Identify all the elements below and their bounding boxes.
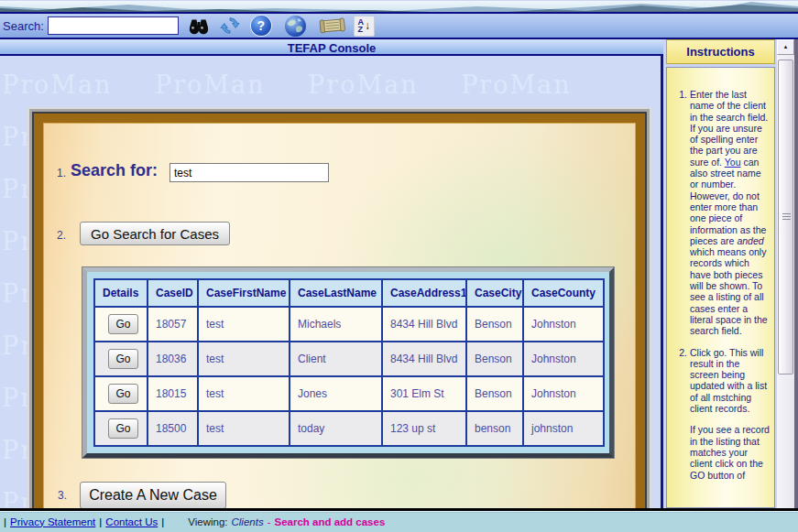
instruction-2-number: 2.: [677, 347, 690, 415]
separator-pipe: |: [4, 516, 6, 527]
cell-address1: 301 Elm St: [382, 376, 466, 411]
cell-city: Benson: [466, 342, 523, 376]
refresh-icon[interactable]: [219, 16, 241, 36]
cell-address1: 8434 Hill Blvd: [382, 342, 466, 376]
scrollbar-up-arrow-icon[interactable]: ▲: [777, 39, 794, 55]
cell-address1: 123 up st: [382, 411, 466, 446]
scrollbar-thumb[interactable]: [778, 60, 793, 375]
go-search-for-cases-button[interactable]: Go Search for Cases: [80, 222, 230, 245]
column-header-city: CaseCity: [466, 279, 523, 307]
separator-pipe: |: [161, 516, 164, 527]
sort-az-letters: AZ: [358, 18, 365, 33]
step-3-number: 3.: [58, 489, 67, 502]
cell-city: Benson: [466, 376, 523, 411]
help-icon[interactable]: ?: [251, 16, 271, 36]
viewing-page: Search and add cases: [274, 516, 385, 527]
cell-last-name: Jones: [290, 376, 382, 411]
mountain-photo-image: [0, 1, 798, 12]
table-row: Go 18015 test Jones 301 Elm St Benson Jo…: [94, 376, 604, 411]
cell-city: benson: [466, 411, 523, 446]
create-new-case-button[interactable]: Create A New Case: [80, 482, 226, 508]
viewing-section: Clients: [231, 516, 263, 527]
cell-county: Johnston: [523, 342, 604, 376]
vertical-scrollbar[interactable]: ▲: [777, 39, 794, 508]
row-go-button[interactable]: Go: [108, 314, 138, 334]
row-go-button[interactable]: Go: [108, 349, 138, 369]
you-link[interactable]: You: [725, 157, 741, 168]
instructions-panel: 1. Enter the last name of the client in …: [666, 67, 775, 508]
table-row: Go 18500 test today 123 up st benson joh…: [94, 411, 604, 446]
viewing-dash: -: [268, 516, 271, 527]
binoculars-find-icon[interactable]: [188, 17, 210, 35]
toolbar-search-input[interactable]: [48, 16, 179, 35]
instruction-item-2-continued: If you see a record in the listing that …: [677, 424, 770, 480]
cell-county: johnston: [523, 411, 604, 446]
cell-first-name: test: [198, 411, 290, 446]
search-for-label: Search for:: [71, 161, 158, 180]
instruction-item-1: 1. Enter the last name of the client in …: [677, 89, 770, 337]
cell-city: Benson: [466, 307, 523, 342]
table-header-row: Details CaseID CaseFirstName CaseLastNam…: [94, 279, 604, 307]
toolbar: Search: ?: [0, 12, 798, 39]
column-header-details: Details: [94, 279, 148, 307]
instruction-1-number: 1.: [677, 89, 690, 337]
cell-case-id: 18036: [148, 342, 198, 376]
row-go-button[interactable]: Go: [108, 418, 138, 439]
mountain-photo-banner: [0, 0, 798, 12]
globe-icon[interactable]: [285, 16, 306, 37]
cell-county: Johnston: [523, 307, 604, 342]
report-scroll-icon[interactable]: [317, 16, 346, 37]
cell-address1: 8434 Hill Blvd: [382, 307, 466, 342]
cell-last-name: Michaels: [290, 307, 382, 342]
instructions-title: Instructions: [686, 45, 754, 59]
sort-down-arrow-icon: ↓: [365, 20, 370, 31]
main-content-area: ProMan ProMan ProMan ProMan ProMan ProMa…: [0, 56, 663, 508]
cell-case-id: 18015: [148, 376, 198, 411]
cell-case-id: 18057: [148, 307, 198, 342]
viewing-label: Viewing:: [188, 516, 227, 527]
instruction-2-continued-text: If you see a record in the listing that …: [690, 424, 770, 480]
status-bar: | Privacy Statement | Contact Us | Viewi…: [0, 508, 798, 532]
sort-az-icon[interactable]: AZ ↓: [354, 16, 375, 37]
console-header-bar: TEFAP Console: [0, 39, 663, 56]
case-search-input[interactable]: [169, 163, 329, 182]
scrollbar-grip-icon: [782, 213, 791, 221]
step-1-number: 1.: [57, 167, 66, 179]
case-search-panel: 1. Search for: 2. Go Search for Cases De…: [34, 114, 645, 508]
cell-last-name: Client: [290, 342, 382, 376]
column-header-lastname: CaseLastName: [290, 279, 382, 307]
cell-first-name: test: [198, 342, 290, 376]
step-2-number: 2.: [57, 229, 66, 242]
instruction-1-text: Enter the last name of the client in the…: [690, 89, 770, 337]
column-header-caseid: CaseID: [148, 279, 198, 307]
instruction-item-2: 2. Click go. This will result in the scr…: [677, 347, 770, 415]
row-go-button[interactable]: Go: [108, 384, 138, 404]
tefap-console-window: Search: ?: [0, 0, 798, 532]
cell-first-name: test: [198, 376, 290, 411]
column-header-address1: CaseAddress1: [382, 279, 466, 307]
table-row: Go 18036 test Client 8434 Hill Blvd Bens…: [94, 342, 604, 376]
cell-county: Johnston: [523, 376, 604, 411]
instruction-2-text: Click go. This will result in the screen…: [690, 347, 770, 415]
case-results-table: Details CaseID CaseFirstName CaseLastNam…: [93, 278, 605, 447]
cell-case-id: 18500: [148, 411, 198, 446]
cell-first-name: test: [198, 307, 290, 342]
cell-last-name: today: [290, 411, 382, 446]
toolbar-search-label: Search:: [3, 19, 44, 33]
contact-us-link[interactable]: Contact Us: [105, 516, 158, 527]
column-header-county: CaseCounty: [523, 279, 604, 307]
results-table-frame: Details CaseID CaseFirstName CaseLastNam…: [82, 267, 614, 458]
page-title: TEFAP Console: [288, 41, 377, 55]
privacy-statement-link[interactable]: Privacy Statement: [10, 516, 95, 527]
window-right-edge: [794, 39, 798, 508]
separator-pipe: |: [99, 516, 102, 527]
column-header-firstname: CaseFirstName: [198, 279, 290, 307]
table-row: Go 18057 test Michaels 8434 Hill Blvd Be…: [94, 307, 604, 342]
instructions-header: Instructions: [666, 39, 775, 64]
